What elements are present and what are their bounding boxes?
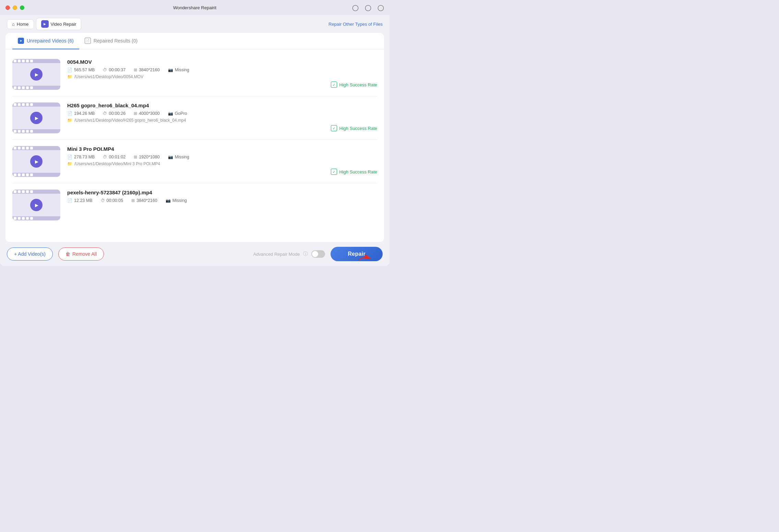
film-hole: [14, 86, 16, 89]
minimize-button[interactable]: [13, 5, 17, 10]
trash-icon: 🗑: [65, 251, 70, 257]
res-icon: ⊞: [134, 111, 137, 116]
remove-label: Remove All: [72, 251, 97, 257]
headset-icon[interactable]: ◯: [377, 4, 384, 11]
play-button[interactable]: [30, 68, 43, 81]
user-icon[interactable]: ◯: [352, 4, 359, 11]
clock-icon: ⏱: [103, 68, 107, 72]
video-thumbnail: [12, 146, 60, 177]
nav-bar: ⌂ Home Video Repair Repair Other Types o…: [0, 15, 389, 33]
film-hole: [14, 217, 16, 220]
add-video-button[interactable]: + Add Video(s): [7, 247, 53, 261]
meta-size: 📄 12.23 MB: [67, 198, 93, 203]
home-icon: ⌂: [12, 22, 15, 27]
advanced-mode-label: Advanced Repair Mode: [253, 252, 300, 257]
video-name: H265 gopro_hero6_black_04.mp4: [67, 102, 377, 108]
chat-icon[interactable]: ◯: [365, 4, 371, 11]
res-icon: ⊞: [134, 155, 137, 159]
tab-unrepaired-label: Unrepaired Videos (6): [27, 38, 74, 44]
video-resolution: 3840*2160: [136, 198, 157, 203]
video-item: H265 gopro_hero6_black_04.mp4 📄 194.26 M…: [12, 96, 377, 140]
tabs-bar: Unrepaired Videos (6) 📄 Repaired Results…: [5, 33, 384, 49]
video-camera: Missing: [175, 155, 189, 159]
film-hole: [30, 86, 33, 89]
tab-video-icon: [18, 38, 24, 44]
film-strip-top: [12, 59, 60, 63]
camera-icon: 📷: [168, 155, 173, 159]
folder-icon: 📁: [67, 74, 72, 79]
film-hole: [14, 190, 16, 193]
meta-camera: 📷 Missing: [166, 198, 187, 203]
top-icons: ◯ ◯ ◯: [352, 4, 384, 11]
maximize-button[interactable]: [20, 5, 24, 10]
res-icon: ⊞: [134, 68, 137, 72]
video-resolution: 4000*3000: [139, 111, 159, 116]
video-repair-icon: [41, 20, 49, 28]
nav-left: ⌂ Home Video Repair: [7, 18, 81, 30]
meta-size: 📄 194.26 MB: [67, 111, 95, 116]
film-strip-top: [12, 146, 60, 150]
video-size: 12.23 MB: [74, 198, 93, 203]
video-meta: 📄 565.57 MB ⏱ 00:00:37 ⊞ 3840*2160 📷: [67, 68, 377, 72]
film-hole: [30, 147, 33, 149]
film-hole: [22, 190, 25, 193]
play-button[interactable]: [30, 112, 43, 124]
tab-unrepaired[interactable]: Unrepaired Videos (6): [12, 33, 79, 49]
film-hole: [14, 130, 16, 133]
film-strip-bottom: [12, 129, 60, 133]
clock-icon: ⏱: [103, 155, 107, 159]
close-button[interactable]: [5, 5, 10, 10]
meta-camera: 📷 Missing: [168, 155, 189, 159]
path-text: /Users/ws1/Desktop/Video/H265 gopro_hero…: [74, 118, 186, 123]
film-hole: [18, 217, 21, 220]
meta-resolution: ⊞ 3840*2160: [131, 198, 157, 203]
meta-duration: ⏱ 00:00:37: [103, 68, 125, 72]
video-duration: 00:00:26: [109, 111, 125, 116]
play-button[interactable]: [30, 199, 43, 211]
film-hole: [18, 130, 21, 133]
camera-icon: 📷: [168, 111, 173, 116]
meta-size: 📄 565.57 MB: [67, 68, 95, 72]
video-size: 278.73 MB: [74, 155, 95, 159]
repair-other-link[interactable]: Repair Other Types of Files: [328, 22, 383, 27]
remove-all-button[interactable]: 🗑 Remove All: [58, 247, 104, 261]
meta-duration: ⏱ 00:01:02: [103, 155, 125, 159]
video-resolution: 3840*2160: [139, 68, 159, 72]
video-camera: GoPro: [175, 111, 187, 116]
film-hole: [26, 60, 29, 62]
advanced-mode-toggle[interactable]: [311, 250, 325, 258]
film-hole: [22, 86, 25, 89]
film-strip-top: [12, 102, 60, 107]
camera-icon: 📷: [166, 198, 171, 203]
tab-repaired[interactable]: 📄 Repaired Results (0): [79, 33, 143, 49]
film-strip-bottom: [12, 173, 60, 177]
success-icon: ✓: [331, 169, 337, 175]
path-text: /Users/ws1/Desktop/Video/Mini 3 Pro POI.…: [74, 161, 160, 166]
video-thumbnail: [12, 102, 60, 133]
film-hole: [22, 60, 25, 62]
play-button[interactable]: [30, 155, 43, 168]
meta-camera: 📷 Missing: [168, 68, 189, 72]
tab-repaired-icon: 📄: [85, 38, 91, 44]
video-info: Mini 3 Pro POI.MP4 📄 278.73 MB ⏱ 00:01:0…: [67, 146, 377, 166]
meta-duration: ⏱ 00:00:26: [103, 111, 125, 116]
info-icon: ⓘ: [303, 251, 308, 257]
film-strip-bottom: [12, 216, 60, 220]
high-success-badge: ✓ High Success Rate: [331, 125, 377, 131]
film-hole: [26, 103, 29, 106]
title-bar: Wondershare Repairit ◯ ◯ ◯: [0, 0, 389, 15]
video-size: 194.26 MB: [74, 111, 95, 116]
film-hole: [26, 190, 29, 193]
video-size: 565.57 MB: [74, 68, 95, 72]
home-nav-button[interactable]: ⌂ Home: [7, 19, 34, 29]
film-hole: [14, 103, 16, 106]
bottom-bar: + Add Video(s) 🗑 Remove All Advanced Rep…: [0, 242, 389, 266]
meta-duration: ⏱ 00:00:05: [101, 198, 123, 203]
video-list: 0054.MOV 📄 565.57 MB ⏱ 00:00:37 ⊞ 3840*: [5, 49, 384, 242]
video-item: pexels-henry-5723847 (2160p).mp4 📄 12.23…: [12, 183, 377, 223]
video-name: Mini 3 Pro POI.MP4: [67, 146, 377, 152]
video-repair-nav-button[interactable]: Video Repair: [36, 18, 82, 30]
success-label: High Success Rate: [339, 82, 377, 87]
high-success-badge: ✓ High Success Rate: [331, 82, 377, 88]
video-duration: 00:00:05: [107, 198, 123, 203]
